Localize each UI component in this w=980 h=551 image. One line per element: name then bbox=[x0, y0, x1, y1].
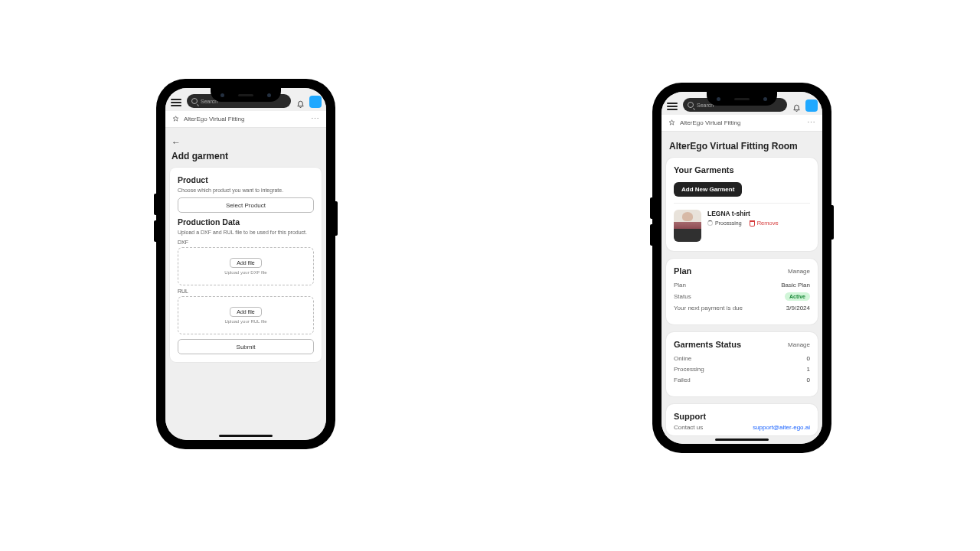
add-new-garment-button[interactable]: Add New Garment bbox=[674, 182, 742, 197]
app-icon bbox=[172, 116, 179, 123]
gs-online-key: Online bbox=[674, 355, 691, 362]
dxf-label: DXF bbox=[178, 240, 314, 245]
section-product-desc: Choose which product you want to integra… bbox=[178, 187, 314, 193]
home-indicator[interactable] bbox=[219, 435, 273, 437]
garment-thumbnail[interactable] bbox=[674, 210, 701, 242]
home-indicator[interactable] bbox=[715, 439, 769, 441]
remove-label: Remove bbox=[757, 220, 779, 227]
app-title: AlterEgo Virtual Fitting bbox=[184, 116, 306, 122]
dxf-dropzone[interactable]: Add file Upload your DXF file bbox=[178, 247, 314, 285]
card-product-and-data: Product Choose which product you want to… bbox=[170, 168, 322, 362]
due-key: Your next payment is due bbox=[674, 305, 743, 311]
card-plan: Plan Manage Plan Basic Plan Status Activ… bbox=[666, 259, 818, 324]
gs-title: Garments Status bbox=[674, 340, 741, 349]
menu-icon[interactable] bbox=[170, 97, 182, 108]
phone-frame-left: Search AlterEgo Virtual Fitting ⋯ ← Add … bbox=[156, 79, 335, 449]
menu-icon[interactable] bbox=[666, 101, 678, 112]
search-icon bbox=[688, 102, 694, 108]
avatar[interactable] bbox=[805, 99, 818, 112]
section-product-title: Product bbox=[178, 175, 314, 184]
avatar[interactable] bbox=[309, 96, 322, 108]
spinner-icon bbox=[707, 220, 713, 226]
trash-icon bbox=[750, 220, 755, 227]
due-value: 3/9/2024 bbox=[786, 305, 810, 311]
card-garments: Your Garments Add New Garment LEGNA t-sh… bbox=[666, 158, 818, 251]
notch bbox=[707, 92, 777, 106]
card-support: Support Contact us support@alter-ego.ai bbox=[666, 404, 818, 435]
content-right: AlterEgo Virtual Fitting Room Your Garme… bbox=[662, 132, 822, 444]
gs-manage-link[interactable]: Manage bbox=[788, 341, 810, 348]
gs-failed-val: 0 bbox=[807, 377, 810, 383]
card-garments-status: Garments Status Manage Online 0 Processi… bbox=[666, 332, 818, 396]
app-icon bbox=[668, 119, 675, 127]
app-title-bar: AlterEgo Virtual Fitting ⋯ bbox=[662, 115, 822, 132]
select-product-button[interactable]: Select Product bbox=[178, 197, 314, 213]
garment-name: LEGNA t-shirt bbox=[707, 210, 810, 217]
support-email-link[interactable]: support@alter-ego.ai bbox=[753, 424, 810, 431]
plan-manage-link[interactable]: Manage bbox=[788, 268, 810, 275]
page-title: AlterEgo Virtual Fitting Room bbox=[666, 136, 818, 158]
dxf-hint: Upload your DXF file bbox=[224, 270, 266, 275]
section-pd-title: Production Data bbox=[178, 217, 314, 227]
gs-processing-val: 1 bbox=[807, 366, 810, 373]
plan-key: Plan bbox=[674, 282, 686, 289]
more-icon[interactable]: ⋯ bbox=[311, 115, 320, 123]
garment-status: Processing bbox=[707, 220, 742, 226]
rul-hint: Upload your RUL file bbox=[224, 319, 266, 324]
dxf-add-file-button[interactable]: Add file bbox=[230, 258, 261, 268]
screen-left: Search AlterEgo Virtual Fitting ⋯ ← Add … bbox=[165, 88, 326, 440]
notifications-icon[interactable] bbox=[792, 103, 801, 112]
page-title: Add garment bbox=[170, 149, 322, 168]
rul-add-file-button[interactable]: Add file bbox=[230, 307, 261, 317]
gs-failed-key: Failed bbox=[674, 377, 691, 383]
garment-status-text: Processing bbox=[715, 220, 742, 226]
rul-dropzone[interactable]: Add file Upload your RUL file bbox=[178, 296, 314, 334]
status-key: Status bbox=[674, 293, 691, 300]
back-button[interactable]: ← bbox=[170, 132, 182, 149]
gs-online-val: 0 bbox=[807, 355, 810, 362]
rul-label: RUL bbox=[178, 289, 314, 294]
status-badge: Active bbox=[785, 292, 810, 301]
support-key: Contact us bbox=[674, 424, 703, 431]
gs-processing-key: Processing bbox=[674, 366, 704, 373]
search-icon bbox=[191, 98, 198, 104]
submit-button[interactable]: Submit bbox=[178, 339, 314, 354]
more-icon[interactable]: ⋯ bbox=[807, 119, 816, 127]
content-left: ← Add garment Product Choose which produ… bbox=[165, 128, 326, 440]
phone-frame-right: Search AlterEgo Virtual Fitting ⋯ AlterE… bbox=[652, 83, 831, 453]
notifications-icon[interactable] bbox=[296, 99, 305, 108]
remove-button[interactable]: Remove bbox=[750, 220, 779, 227]
plan-value: Basic Plan bbox=[781, 282, 810, 289]
garment-row: LEGNA t-shirt Processing Remove bbox=[674, 203, 810, 242]
app-title: AlterEgo Virtual Fitting bbox=[680, 119, 802, 126]
notch bbox=[211, 88, 281, 102]
screen-right: Search AlterEgo Virtual Fitting ⋯ AlterE… bbox=[662, 92, 822, 444]
support-title: Support bbox=[674, 412, 706, 421]
plan-title: Plan bbox=[674, 266, 691, 276]
app-title-bar: AlterEgo Virtual Fitting ⋯ bbox=[165, 111, 326, 128]
section-pd-desc: Upload a DXF and RUL file to be used for… bbox=[178, 230, 314, 235]
garments-title: Your Garments bbox=[674, 165, 734, 174]
